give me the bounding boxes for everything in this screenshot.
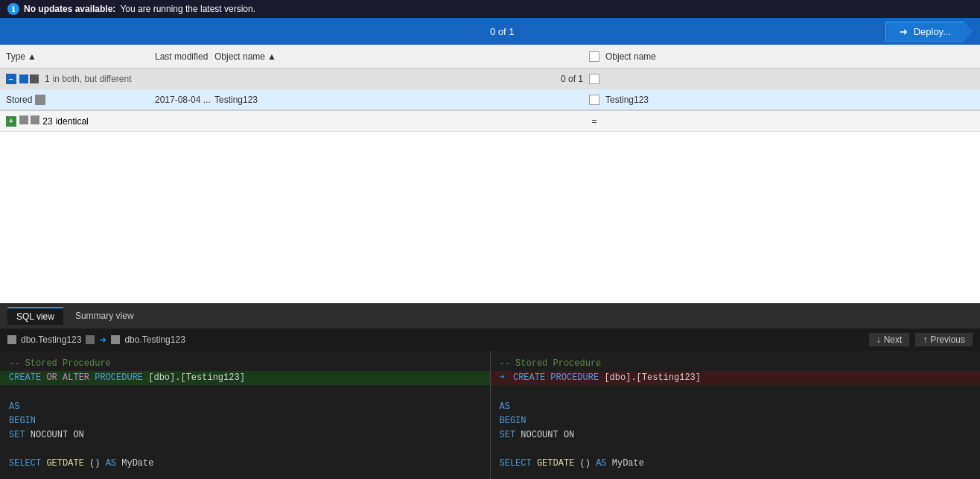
proc-icon-left2: [86, 335, 95, 344]
deploy-label: Deploy...: [914, 26, 951, 37]
identical-count: 23: [42, 116, 52, 127]
left-select: SELECT: [9, 458, 41, 469]
section-count: 1: [45, 74, 50, 84]
compare-arrow-icon: ➜: [99, 334, 106, 345]
icon-sq-1: [19, 115, 28, 124]
prev-button[interactable]: ↑ Previous: [915, 333, 973, 346]
data-row-stored-proc[interactable]: Stored 2017-08-04 ... Testing123 Testing…: [0, 89, 980, 110]
section-icons: [19, 74, 39, 83]
right-as: AS: [500, 402, 510, 412]
sql-right-pane: -- Stored Procedure ➜ CREATE PROCEDURE […: [491, 351, 981, 479]
right-db-name: dbo.Testing123: [124, 334, 185, 345]
proc-icon-left: [7, 335, 16, 344]
nav-buttons: ↓ Next ↑ Previous: [869, 333, 973, 346]
right-name-cell: Testing123: [605, 95, 974, 105]
section-checkbox-cell: [583, 74, 605, 84]
right-create-line: ➜ CREATE PROCEDURE [dbo].[Testing123]: [491, 371, 981, 385]
tab-summary-view[interactable]: Summary view: [66, 308, 143, 324]
notification-bar: ℹ No updates available: You are running …: [0, 0, 980, 18]
left-set: SET: [9, 430, 25, 440]
proc-icon: [35, 95, 45, 105]
eq-cell: =: [583, 116, 605, 127]
info-icon: ℹ: [7, 3, 19, 15]
proc-icon-right: [111, 335, 120, 344]
expand-button[interactable]: +: [6, 116, 16, 127]
sql-compare-bar: dbo.Testing123 ➜ dbo.Testing123 ↓ Next ↑…: [0, 329, 980, 351]
left-comment: -- Stored Procedure: [9, 358, 111, 369]
identical-icons: [19, 115, 39, 127]
col-object-name-right: Object name: [605, 51, 974, 62]
right-select: SELECT: [500, 458, 532, 469]
right-getdate: GETDATE: [537, 458, 574, 469]
notification-text: You are running the latest version.: [120, 4, 255, 14]
icon-sq-blue: [19, 74, 28, 83]
icon-sq-2: [31, 115, 39, 124]
content-area: [0, 132, 980, 303]
collapse-button[interactable]: −: [6, 74, 16, 84]
identical-label: identical: [56, 116, 89, 127]
row-checkbox[interactable]: [589, 95, 599, 105]
right-comment: -- Stored Procedure: [500, 358, 602, 369]
col-checkbox-header: [583, 51, 605, 62]
deploy-arrow-icon: ➜: [900, 26, 908, 37]
section-different: − 1 in both, but different 0 of 1 Stored…: [0, 69, 980, 111]
col-object-name-left: Object name ▲: [214, 51, 583, 62]
right-set: SET: [500, 430, 516, 440]
deploy-counter: 0 of 1: [490, 26, 515, 37]
left-name-cell: Testing123: [214, 95, 583, 105]
sql-code-area: -- Stored Procedure CREATE OR ALTER PROC…: [0, 351, 980, 479]
date-cell: 2017-08-04 ...: [155, 95, 214, 105]
left-as: AS: [9, 402, 19, 412]
col-last-modified: Last modified: [155, 51, 214, 62]
deploy-bar: 0 of 1 ➜ Deploy...: [0, 18, 980, 45]
icon-sq-gray: [30, 74, 39, 83]
left-begin: BEGIN: [9, 416, 36, 426]
col-type: Type ▲: [6, 51, 155, 62]
section-row-identical: + 23 identical =: [0, 111, 980, 132]
section-label: in both, but different: [53, 74, 132, 84]
sql-tab-bar: SQL view Summary view: [0, 303, 980, 329]
header-checkbox[interactable]: [589, 51, 599, 62]
section-checkbox[interactable]: [589, 74, 599, 84]
sql-left-pane: -- Stored Procedure CREATE OR ALTER PROC…: [0, 351, 491, 479]
right-begin: BEGIN: [500, 416, 526, 426]
type-cell: Stored: [6, 95, 155, 105]
notification-bold: No updates available:: [24, 4, 115, 14]
table-header: Type ▲ Last modified Object name ▲ Objec…: [0, 45, 980, 69]
left-create-line: CREATE OR ALTER PROCEDURE [dbo].[Testing…: [0, 371, 490, 385]
section-counter: 0 of 1: [214, 74, 583, 84]
section-row-different: − 1 in both, but different 0 of 1: [0, 69, 980, 89]
deploy-button[interactable]: ➜ Deploy...: [885, 22, 973, 42]
next-button[interactable]: ↓ Next: [869, 333, 910, 346]
left-getdate: GETDATE: [46, 458, 83, 469]
left-db-name: dbo.Testing123: [21, 334, 81, 345]
prev-up-icon: ↑: [923, 334, 927, 345]
row-checkbox-cell: [583, 95, 605, 105]
tab-sql-view[interactable]: SQL view: [7, 307, 63, 325]
next-down-icon: ↓: [876, 334, 881, 345]
